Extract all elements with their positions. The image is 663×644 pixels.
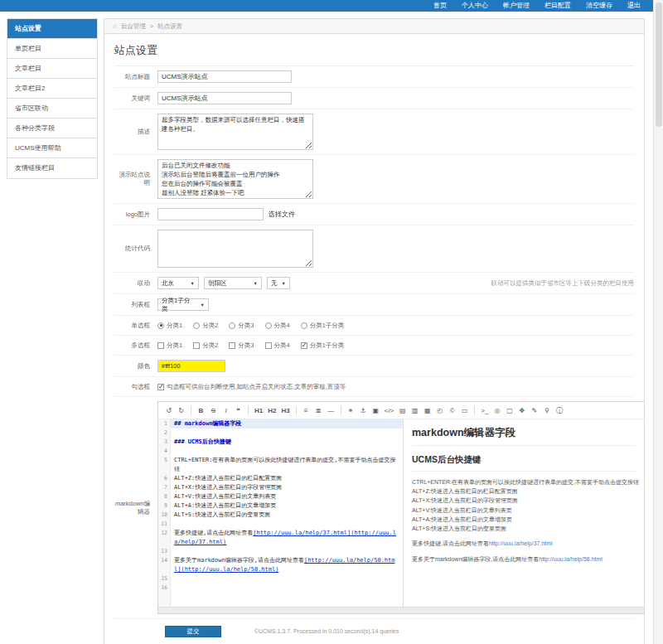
checkbox-option[interactable]: 分类2	[193, 341, 218, 350]
topnav-profile[interactable]: 个人中心	[454, 0, 496, 12]
hr-icon[interactable]: —	[326, 404, 336, 416]
sidebar-item-article2[interactable]: 文章栏目2	[7, 79, 97, 99]
h2-icon[interactable]: H2	[266, 404, 278, 416]
browser-scrollbar[interactable]	[653, 0, 663, 644]
redo-icon[interactable]: ↻	[176, 404, 186, 416]
sidebar-item-category-fields[interactable]: 各种分类字段	[7, 119, 97, 138]
undo-icon[interactable]: ↺	[163, 404, 174, 416]
radio-option[interactable]: 分类2	[193, 322, 218, 330]
linkage-hint: 联动可以提供类似于省市区等上下级分类的栏目使用	[491, 279, 635, 288]
checkbox-option[interactable]: 分类1子分类	[301, 341, 345, 350]
demo-note-textarea[interactable]: 后台已关闭文件修改功能 演示站后台登陆后将覆盖前一位用户的操作 您在后台的操作可…	[157, 159, 313, 199]
checkbox-option[interactable]: 分类1	[157, 341, 182, 350]
list-ol-icon[interactable]: ≣	[313, 404, 324, 416]
site-title-input[interactable]	[157, 70, 292, 83]
editor-code-pane[interactable]: 1 ## markdown编辑器字段 2 3	[158, 419, 404, 607]
help-link-37[interactable]: http://uuu.la/help/37.html	[489, 540, 553, 546]
editor-line: 6 ALT+Z:快速进入当前栏目的栏目配置页面	[158, 474, 403, 483]
form-row-linkage: 联动 北京▼ 朝阳区▼ 无▼ 联动可以提供类似于省市区等上下级分类的栏目使用	[114, 273, 634, 294]
topnav-account[interactable]: 帐户管理	[496, 0, 537, 12]
radio-option[interactable]: 分类1子分类	[301, 322, 345, 330]
code-icon[interactable]: </>	[383, 404, 396, 416]
toolbar-divider	[248, 406, 249, 415]
help-link-58[interactable]: http://uuu.la/help/58.html	[539, 556, 603, 562]
image-icon[interactable]: ▣	[370, 404, 381, 416]
radio-group-label: 单选框	[114, 322, 157, 330]
topnav-clear-cache[interactable]: 清空缓存	[578, 0, 620, 12]
breadcrumb-home-link[interactable]: 后台管理	[121, 22, 146, 31]
list-ul-icon[interactable]: ≡	[301, 404, 312, 416]
copyright-icon[interactable]: ©	[447, 404, 457, 416]
breadcrumb-current: 站点设置	[157, 22, 182, 31]
pagebreak-icon[interactable]: ▭	[459, 404, 470, 416]
strikethrough-icon[interactable]: S	[208, 404, 219, 416]
toggle-checkbox[interactable]: 勾选框可供前台判断使用,如站点开启关闭状态,文章的审核,置顶等	[157, 383, 346, 391]
toolbar-divider	[296, 406, 297, 415]
clear-icon[interactable]: ✎	[529, 404, 540, 416]
editor-line: 2	[158, 429, 403, 438]
choose-file-button[interactable]: 选择文件	[269, 210, 295, 219]
listbox-select[interactable]: 分类1子分类▼	[157, 298, 209, 311]
line-number: 10	[158, 511, 171, 520]
preformatted-icon[interactable]: ▤	[397, 404, 408, 416]
sidebar-item-single-page[interactable]: 单页栏目	[7, 39, 97, 59]
radio-icon	[229, 322, 235, 329]
bold-icon[interactable]: B	[196, 404, 206, 416]
sidebar-item-site-settings[interactable]: 站点设置	[7, 19, 97, 39]
linkage-city-select[interactable]: 朝阳区▼	[204, 277, 262, 289]
editor-statusbar[interactable]	[158, 607, 644, 613]
code-block-icon[interactable]: ▥	[409, 404, 420, 416]
color-input[interactable]	[157, 360, 225, 372]
chevron-down-icon: ▼	[201, 303, 205, 307]
h3-icon[interactable]: H3	[279, 404, 291, 416]
keywords-input[interactable]	[157, 92, 292, 104]
color-label: 颜色	[114, 362, 157, 370]
preview-line: ALT+A:快速进入当前栏目的文章增加页	[412, 515, 636, 524]
help-icon[interactable]: ⓘ	[554, 404, 564, 416]
checkbox-option[interactable]: 分类3	[229, 341, 254, 350]
checkbox-option[interactable]: 分类4	[265, 341, 290, 350]
line-number: 14	[158, 556, 171, 574]
italic-icon[interactable]: I	[220, 404, 231, 416]
fullscreen-icon[interactable]: ✥	[516, 404, 527, 416]
anchor-icon[interactable]: ⚓	[358, 404, 369, 416]
line-number: 9	[158, 501, 171, 511]
editor-line: 8 ALT+V:快速进入当前栏目的文章列表页	[158, 492, 403, 501]
radio-option[interactable]: 分类4	[265, 322, 290, 330]
linkage-district-select[interactable]: 无▼	[267, 277, 290, 289]
sidebar-item-ucms-help[interactable]: UCMS使用帮助	[7, 138, 97, 158]
link-icon[interactable]: ⚭	[346, 404, 356, 416]
preview-line: ALT+X:快速进入当前栏目的字段管理页面	[412, 496, 636, 505]
line-number: 3	[158, 438, 171, 447]
quote-icon[interactable]: ❝	[233, 404, 244, 416]
radio-option[interactable]: 分类1	[157, 322, 182, 330]
page-title: 站点设置	[114, 41, 634, 66]
site-title-label: 站点标题	[114, 73, 157, 81]
stats-code-textarea[interactable]	[157, 230, 313, 268]
topnav-home[interactable]: 首页	[426, 0, 454, 12]
datetime-icon[interactable]: ◴	[434, 404, 445, 416]
radio-icon	[157, 322, 164, 329]
logo-path-input[interactable]	[157, 208, 264, 220]
editor-toolbar: ↺ ↻ B S	[158, 402, 644, 419]
search-icon[interactable]: ⚲	[541, 404, 552, 416]
sidebar-item-article[interactable]: 文章栏目	[7, 59, 97, 79]
form-row-listbox: 列表框 分类1子分类▼	[114, 294, 634, 316]
form-row-demo-note: 演示站点说明 后台已关闭文件修改功能 演示站后台登陆后将覆盖前一位用户的操作 您…	[114, 155, 634, 204]
scrollbar-thumb[interactable]	[656, 2, 662, 127]
goto-line-icon[interactable]: >_	[479, 404, 490, 416]
h1-icon[interactable]: H1	[253, 404, 264, 416]
sidebar: 站点设置 单页栏目 文章栏目 文章栏目2 省市区联动 各种分类字段 UCMS使用…	[7, 18, 98, 179]
sidebar-item-region-linkage[interactable]: 省市区联动	[7, 99, 97, 119]
linkage-province-select[interactable]: 北京▼	[157, 277, 199, 289]
preview-icon[interactable]: ▢	[504, 404, 515, 416]
radio-option[interactable]: 分类3	[229, 322, 254, 330]
editor-line: 1 ## markdown编辑器字段	[158, 419, 403, 429]
topnav-logout[interactable]: 退出	[620, 0, 648, 12]
sidebar-item-friend-links[interactable]: 友情链接栏目	[7, 158, 97, 178]
description-textarea[interactable]: 超多字段类型，数据来源可以选择任意栏目，快速搭建各种栏目。	[157, 114, 313, 150]
table-icon[interactable]: ▦	[422, 404, 433, 416]
watch-icon[interactable]: ◎	[491, 404, 502, 416]
checkbox-icon	[157, 384, 164, 390]
topnav-column-config[interactable]: 栏目配置	[537, 0, 578, 12]
